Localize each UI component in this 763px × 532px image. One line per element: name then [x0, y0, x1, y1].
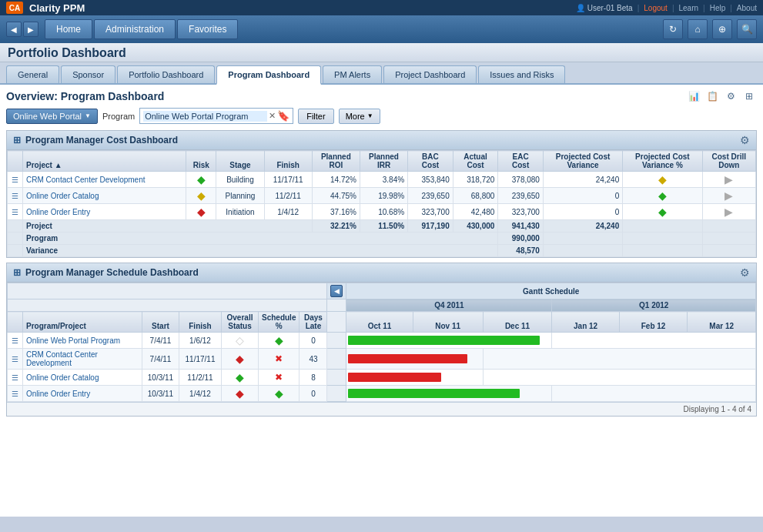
col-overall-status: OverallStatus [222, 312, 259, 333]
app-branding: CA Clarity PPM [6, 2, 85, 14]
gantt-bar-red2 [348, 373, 440, 382]
overall-status-red-icon: ◆ [236, 353, 244, 365]
var-pct-green2-icon: ◆ [658, 206, 667, 218]
risk-red-icon: ◆ [197, 206, 206, 218]
tab-issues-risks[interactable]: Issues and Risks [478, 65, 565, 83]
tab-general[interactable]: General [6, 65, 59, 83]
schedule-pct-green-icon: ◆ [275, 334, 283, 346]
cost-table: Project ▲ Risk Stage Finish PlannedROI P… [7, 150, 756, 257]
gantt-bar-red [348, 354, 467, 363]
filter-clear-icon[interactable]: ✕ [269, 111, 276, 121]
col-mar12: Mar 12 [688, 312, 756, 333]
tab-pmalerts[interactable]: PM Alerts [323, 65, 382, 83]
gantt-prev-button[interactable]: ◀ [330, 285, 343, 297]
col-eac-cost: EACCost [498, 151, 544, 172]
row-doc-icon: ☰ [12, 336, 18, 345]
col-program-project: Program/Project [23, 312, 142, 333]
administration-button[interactable]: Administration [94, 19, 176, 39]
app-title: Clarity PPM [29, 2, 85, 14]
logout-link[interactable]: Logout [644, 4, 668, 12]
tab-portfolio[interactable]: Portfolio Dashboard [117, 65, 215, 83]
nav-forward[interactable]: ▶ [23, 22, 38, 37]
top-bar: CA Clarity PPM 👤 User-01 Beta | Logout |… [0, 0, 763, 15]
content-area: Overview: Program Dashboard 📊 📋 ⚙ ⊞ Onli… [0, 85, 763, 517]
export-ppt-icon[interactable]: 📋 [704, 89, 720, 103]
cost-section-content: Project ▲ Risk Stage Finish PlannedROI P… [7, 150, 756, 257]
tab-sponsor[interactable]: Sponsor [61, 65, 115, 83]
row-doc-icon: ☰ [12, 208, 18, 216]
schedule-expand-icon[interactable]: ⊞ [13, 267, 21, 278]
help-link[interactable]: Help [710, 4, 726, 12]
schedule-pct-redx-icon: ✖ [275, 353, 283, 364]
nav-bar: ◀ ▶ Home Administration Favorites ↻ ⌂ ⊕ … [0, 15, 763, 43]
schedule-dashboard-section: ⊞ Program Manager Schedule Dashboard ⚙ [6, 263, 757, 417]
portal-dropdown[interactable]: Online Web Portal [6, 109, 98, 124]
program-input[interactable] [143, 111, 267, 122]
schedule-pct-redx2-icon: ✖ [275, 372, 283, 383]
col-planned-irr: PlannedIRR [360, 151, 407, 172]
home-icon-button[interactable]: ⌂ [688, 19, 708, 39]
cost-expand-icon[interactable]: ⊞ [13, 135, 21, 146]
favorites-button[interactable]: Favorites [177, 19, 238, 39]
tab-program[interactable]: Program Dashboard [216, 65, 321, 85]
col-feb12: Feb 12 [619, 312, 688, 333]
col-project: Project ▲ [23, 151, 186, 172]
var-pct-yellow-icon: ◆ [658, 173, 667, 186]
refresh-button[interactable]: ↻ [663, 19, 683, 39]
table-row: ☰ Online Order Entry 10/3/11 1/4/12 ◆ ◆ … [8, 386, 756, 402]
schedule-gear-icon[interactable]: ⚙ [740, 266, 750, 279]
schedule-section-title: Program Manager Schedule Dashboard [25, 267, 735, 278]
filter-bar: Online Web Portal Program ✕ 🔖 Filter Mor… [6, 108, 757, 124]
program-input-wrap: ✕ 🔖 [139, 108, 293, 124]
col-dec11: Dec 11 [483, 312, 552, 333]
project-name[interactable]: Online Order Entry [23, 204, 186, 220]
filter-button[interactable]: Filter [298, 109, 333, 124]
table-row: ☰ Online Order Catalog ◆ Planning 11/2/1… [8, 188, 756, 204]
col-cost-drill: Cost DrillDown [702, 151, 755, 172]
tab-project-dashboard[interactable]: Project Dashboard [383, 65, 477, 83]
globe-button[interactable]: ⊕ [712, 19, 732, 39]
project-name[interactable]: CRM Contact Center Development [23, 172, 186, 188]
about-link[interactable]: About [737, 4, 757, 12]
schedule-project-name[interactable]: CRM Contact Center Development [23, 349, 142, 370]
home-button[interactable]: Home [45, 19, 92, 39]
table-row: ☰ CRM Contact Center Development 7/4/11 … [8, 349, 756, 370]
export-excel-icon[interactable]: 📊 [686, 89, 701, 103]
overview-title: Overview: Program Dashboard [6, 90, 164, 102]
row-doc-icon: ☰ [12, 192, 18, 200]
app-logo: CA [6, 2, 23, 14]
top-bar-right: 👤 User-01 Beta | Logout | Learn | Help |… [576, 4, 757, 12]
col-nov11: Nov 11 [413, 312, 483, 333]
settings-icon[interactable]: ⚙ [723, 89, 738, 103]
nav-back[interactable]: ◀ [6, 22, 22, 37]
learn-link[interactable]: Learn [678, 4, 698, 12]
search-button[interactable]: 🔍 [737, 19, 757, 39]
risk-yellow-icon: ◆ [197, 189, 206, 202]
nav-icons: ↻ ⌂ ⊕ 🔍 [663, 19, 757, 39]
schedule-project-name[interactable]: Online Order Entry [23, 386, 142, 402]
schedule-col-headers: Program/Project Start Finish OverallStat… [8, 312, 756, 333]
filter-bookmark-icon[interactable]: 🔖 [277, 110, 289, 122]
drill-arrow-icon[interactable]: ▶ [725, 173, 733, 186]
schedule-project-name[interactable]: Online Order Catalog [23, 370, 142, 386]
row-doc-icon: ☰ [12, 390, 18, 398]
overall-status-outline-icon: ◇ [236, 334, 244, 346]
col-finish: Finish [264, 151, 312, 172]
schedule-project-name[interactable]: Online Web Portal Program [23, 333, 142, 349]
cost-gear-icon[interactable]: ⚙ [740, 134, 750, 146]
schedule-section-header: ⊞ Program Manager Schedule Dashboard ⚙ [7, 263, 756, 283]
program-summary-row: Program 990,000 [8, 233, 756, 245]
nav-arrows: ◀ ▶ [6, 22, 38, 37]
layout-icon[interactable]: ⊞ [741, 89, 757, 103]
col-proj-cost-var: Projected CostVariance [543, 151, 622, 172]
row-doc-icon: ☰ [12, 176, 18, 184]
schedule-section-content: ◀ Gantt Schedule Q4 2011 Q1 2012 Program… [7, 283, 756, 416]
table-row: ☰ Online Order Entry ◆ Initiation 1/4/12… [8, 204, 756, 220]
drill-arrow-icon[interactable]: ▶ [725, 189, 733, 202]
cost-dashboard-section: ⊞ Program Manager Cost Dashboard ⚙ Proje… [6, 130, 757, 258]
more-button[interactable]: More [339, 109, 380, 124]
project-name[interactable]: Online Order Catalog [23, 188, 186, 204]
col-start: Start [142, 312, 179, 333]
drill-arrow2-icon[interactable]: ▶ [725, 206, 733, 218]
gantt-nav-row: ◀ Gantt Schedule [8, 283, 756, 299]
